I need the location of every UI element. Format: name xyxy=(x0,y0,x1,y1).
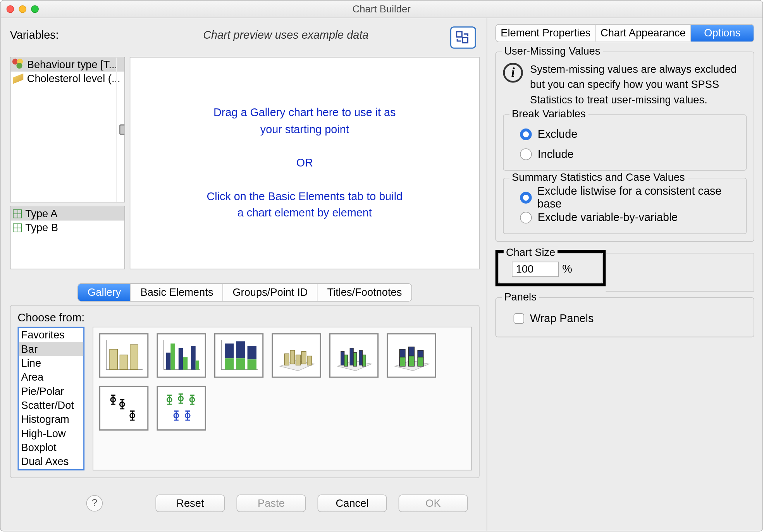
category-item[interactable]: Type B xyxy=(10,221,124,235)
svg-rect-5 xyxy=(120,355,128,370)
category-item[interactable]: Type A xyxy=(10,206,124,220)
svg-rect-28 xyxy=(307,356,312,365)
group-legend: Panels xyxy=(502,291,539,304)
thumb-stacked-bar[interactable] xyxy=(214,333,263,378)
chart-size-value: 100 xyxy=(516,263,534,276)
variables-list[interactable]: Behaviour type [T... Cholesterol level (… xyxy=(10,57,125,203)
user-missing-group: User-Missing Values i System-missing val… xyxy=(496,51,754,242)
scale-icon xyxy=(13,73,23,84)
radio-exclude-variable[interactable]: Exclude variable-by-variable xyxy=(520,209,740,227)
svg-rect-19 xyxy=(236,341,245,358)
swap-axes-button[interactable] xyxy=(450,26,476,49)
thumb-error-clustered[interactable] xyxy=(157,386,206,431)
chart-type-item[interactable]: Dual Axes xyxy=(19,455,83,469)
tab-element-properties[interactable]: Element Properties xyxy=(496,25,596,42)
svg-rect-33 xyxy=(353,353,357,366)
paste-button[interactable]: Paste xyxy=(237,494,306,512)
thumb-3d-bar-3[interactable] xyxy=(387,333,436,378)
svg-rect-37 xyxy=(399,349,405,357)
svg-rect-11 xyxy=(179,348,183,370)
variable-label: Cholesterol level (... xyxy=(27,72,120,85)
chart-size-input[interactable]: 100 xyxy=(512,262,559,277)
chart-type-item[interactable]: Favorites xyxy=(19,328,83,342)
ok-button[interactable]: OK xyxy=(399,494,468,512)
user-missing-info: System-missing values are always exclude… xyxy=(530,62,747,108)
tab-gallery[interactable]: Gallery xyxy=(78,284,131,301)
group-legend: User-Missing Values xyxy=(502,45,602,58)
reset-button[interactable]: Reset xyxy=(155,494,225,512)
svg-rect-25 xyxy=(290,350,295,364)
category-label: Type B xyxy=(25,221,58,234)
chart-type-item[interactable]: Scatter/Dot xyxy=(19,398,83,412)
tab-basic-elements[interactable]: Basic Elements xyxy=(131,284,223,301)
variable-item[interactable]: Behaviour type [T... xyxy=(10,57,124,71)
chart-type-item[interactable]: Bar xyxy=(19,342,83,356)
radio-icon xyxy=(520,192,532,204)
group-legend: Break Variables xyxy=(509,108,588,120)
svg-rect-40 xyxy=(409,356,415,366)
radio-label: Exclude variable-by-variable xyxy=(538,211,678,224)
thumb-3d-bar-1[interactable] xyxy=(272,333,321,378)
titlebar: Chart Builder xyxy=(1,1,762,18)
chart-type-item[interactable]: Area xyxy=(19,370,83,384)
svg-rect-38 xyxy=(399,357,405,366)
right-pane: Element Properties Chart Appearance Opti… xyxy=(487,18,762,531)
radio-icon xyxy=(520,212,532,223)
variable-item[interactable]: Cholesterol level (... xyxy=(10,72,124,86)
checkbox-icon xyxy=(514,313,524,324)
variables-label: Variables: xyxy=(10,25,122,41)
svg-rect-26 xyxy=(296,355,301,365)
tab-options[interactable]: Options xyxy=(691,25,754,42)
builder-mode-tabs: Gallery Basic Elements Groups/Point ID T… xyxy=(77,283,412,302)
chart-type-item[interactable]: Line xyxy=(19,356,83,370)
radio-include[interactable]: Include xyxy=(520,146,740,163)
radio-label: Exclude xyxy=(538,128,577,141)
thumb-3d-bar-2[interactable] xyxy=(329,333,379,378)
svg-rect-1 xyxy=(463,38,468,43)
cancel-button[interactable]: Cancel xyxy=(318,494,387,512)
chart-type-item[interactable]: Boxplot xyxy=(19,441,83,455)
svg-rect-4 xyxy=(110,349,118,370)
content: Variables: Chart preview uses example da… xyxy=(1,18,762,531)
thumb-error-simple[interactable] xyxy=(99,386,148,431)
panels-group: Panels Wrap Panels xyxy=(496,298,754,338)
maximize-icon[interactable] xyxy=(31,5,39,13)
swap-icon xyxy=(456,31,471,45)
dialog-buttons: ? Reset Paste Cancel OK xyxy=(10,492,480,517)
thumb-clustered-bar[interactable] xyxy=(157,333,206,378)
svg-rect-0 xyxy=(457,32,462,37)
svg-rect-20 xyxy=(236,358,245,369)
close-icon[interactable] xyxy=(7,5,14,13)
tab-chart-appearance[interactable]: Chart Appearance xyxy=(596,25,691,42)
chart-type-list[interactable]: Favorites Bar Line Area Pie/Polar Scatte… xyxy=(17,327,84,470)
tab-titles-footnotes[interactable]: Titles/Footnotes xyxy=(318,284,411,301)
window-title: Chart Builder xyxy=(1,3,762,15)
help-button[interactable]: ? xyxy=(86,495,103,511)
chart-builder-window: Chart Builder Variables: Chart preview u… xyxy=(0,0,763,532)
radio-label: Exclude listwise for a consistent case b… xyxy=(537,185,740,211)
svg-rect-6 xyxy=(130,345,138,369)
radio-exclude-listwise[interactable]: Exclude listwise for a consistent case b… xyxy=(520,189,740,206)
chart-type-item[interactable]: High-Low xyxy=(19,426,83,440)
svg-rect-9 xyxy=(166,353,171,370)
radio-exclude[interactable]: Exclude xyxy=(520,126,740,143)
scrollbar[interactable] xyxy=(116,57,124,202)
svg-rect-18 xyxy=(225,358,234,369)
variable-label: Behaviour type [T... xyxy=(27,58,117,71)
tab-groups-point-id[interactable]: Groups/Point ID xyxy=(223,284,318,301)
wrap-panels-checkbox-row[interactable]: Wrap Panels xyxy=(514,310,747,327)
categories-list[interactable]: Type A Type B xyxy=(10,206,125,269)
thumb-simple-bar[interactable] xyxy=(99,333,148,378)
svg-rect-35 xyxy=(363,355,366,366)
preview-hint: Chart preview uses example data xyxy=(122,25,450,41)
svg-rect-24 xyxy=(284,354,289,365)
chart-type-item[interactable]: Histogram xyxy=(19,412,83,426)
minimize-icon[interactable] xyxy=(19,5,26,13)
chart-preview-canvas[interactable]: Drag a Gallery chart here to use it as y… xyxy=(130,57,480,269)
chart-type-item[interactable]: Pie/Polar xyxy=(19,384,83,398)
chart-size-highlight: Chart Size 100 % xyxy=(496,250,606,287)
radio-icon xyxy=(520,129,532,140)
svg-rect-13 xyxy=(191,346,196,370)
properties-tabs: Element Properties Chart Appearance Opti… xyxy=(496,24,754,42)
nominal-icon xyxy=(13,59,23,70)
